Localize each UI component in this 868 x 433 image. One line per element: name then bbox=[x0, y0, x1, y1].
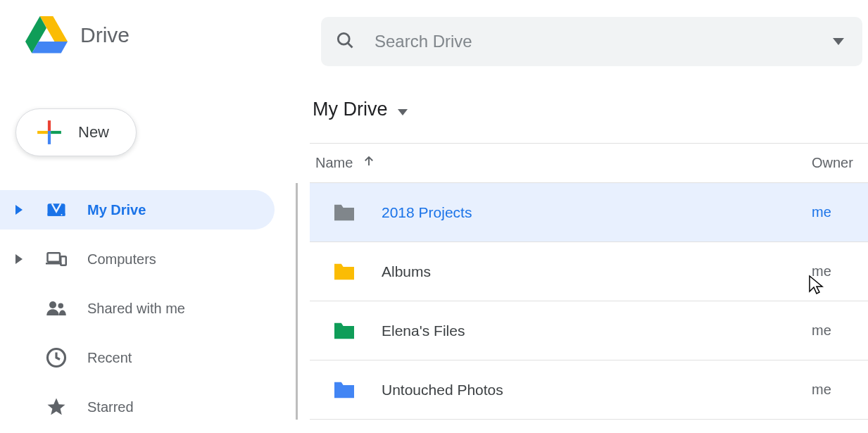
sidebar-item-label: Starred bbox=[87, 399, 134, 415]
column-owner-label: Owner bbox=[812, 155, 853, 170]
file-row[interactable]: 2018 Projectsme bbox=[310, 183, 868, 242]
new-button[interactable]: New bbox=[15, 108, 137, 156]
search-input[interactable] bbox=[375, 32, 829, 51]
app-name: Drive bbox=[80, 23, 130, 47]
search-bar[interactable] bbox=[321, 17, 862, 66]
file-list: 2018 ProjectsmeAlbumsmeElena's FilesmeUn… bbox=[296, 183, 868, 420]
search-icon bbox=[335, 30, 355, 53]
folder-icon bbox=[332, 203, 356, 222]
svg-rect-6 bbox=[48, 131, 51, 134]
svg-point-0 bbox=[338, 33, 349, 44]
sidebar-item-label: Computers bbox=[87, 251, 156, 268]
column-name-label: Name bbox=[315, 155, 353, 171]
star-icon bbox=[45, 396, 68, 418]
svg-rect-2 bbox=[48, 120, 51, 131]
chevron-right-icon bbox=[15, 251, 25, 268]
file-owner: me bbox=[812, 263, 868, 280]
search-options-icon[interactable] bbox=[829, 31, 848, 52]
svg-line-1 bbox=[348, 43, 353, 48]
breadcrumb[interactable]: My Drive bbox=[313, 99, 868, 120]
sidebar-item-my-drive[interactable]: My Drive bbox=[0, 190, 275, 230]
drive-logo-icon bbox=[25, 16, 68, 54]
new-button-label: New bbox=[78, 123, 109, 142]
plus-icon bbox=[36, 119, 63, 146]
svg-rect-5 bbox=[51, 131, 61, 134]
svg-point-14 bbox=[58, 303, 64, 309]
file-owner: me bbox=[812, 382, 868, 398]
column-headers: Name Owner bbox=[310, 144, 868, 183]
svg-rect-3 bbox=[48, 134, 51, 144]
people-icon bbox=[45, 297, 68, 320]
svg-point-9 bbox=[61, 214, 63, 215]
svg-rect-4 bbox=[37, 131, 48, 134]
chevron-down-icon bbox=[398, 99, 408, 120]
sidebar-item-computers[interactable]: Computers bbox=[0, 239, 275, 279]
folder-icon bbox=[332, 321, 356, 341]
breadcrumb-label: My Drive bbox=[313, 99, 388, 120]
folder-icon bbox=[332, 380, 356, 400]
clock-icon bbox=[45, 346, 68, 369]
svg-rect-8 bbox=[48, 213, 65, 216]
file-name: Albums bbox=[382, 263, 812, 280]
computers-icon bbox=[45, 248, 68, 270]
sidebar-item-starred[interactable]: Starred bbox=[0, 387, 275, 427]
logo-area[interactable]: Drive bbox=[25, 16, 321, 54]
file-row[interactable]: Untouched Photosme bbox=[310, 360, 868, 420]
file-name: Elena's Files bbox=[382, 322, 812, 339]
main-area: My Drive Name Owner 2018 ProjectsmeAlbum… bbox=[296, 70, 868, 433]
drive-icon bbox=[45, 199, 68, 221]
sidebar-item-shared[interactable]: Shared with me bbox=[0, 289, 275, 328]
sidebar-item-label: Shared with me bbox=[87, 301, 185, 317]
sidebar-item-recent[interactable]: Recent bbox=[0, 338, 275, 377]
folder-icon bbox=[332, 262, 356, 282]
chevron-right-icon bbox=[15, 202, 25, 218]
file-owner: me bbox=[812, 322, 868, 339]
svg-point-13 bbox=[49, 301, 56, 308]
file-name: Untouched Photos bbox=[382, 382, 812, 399]
file-row[interactable]: Elena's Filesme bbox=[310, 301, 868, 360]
column-owner[interactable]: Owner bbox=[812, 155, 868, 171]
svg-rect-10 bbox=[48, 253, 61, 262]
arrow-up-icon bbox=[363, 155, 375, 171]
file-row[interactable]: Albumsme bbox=[310, 242, 868, 301]
svg-rect-12 bbox=[61, 256, 66, 265]
file-name: 2018 Projects bbox=[382, 204, 812, 221]
header: Drive bbox=[0, 0, 868, 70]
file-owner: me bbox=[812, 204, 868, 220]
sidebar-item-label: My Drive bbox=[87, 202, 146, 218]
sidebar: New My Drive Computers Shar bbox=[0, 70, 296, 433]
column-name[interactable]: Name bbox=[315, 155, 812, 171]
sidebar-item-label: Recent bbox=[87, 350, 132, 366]
